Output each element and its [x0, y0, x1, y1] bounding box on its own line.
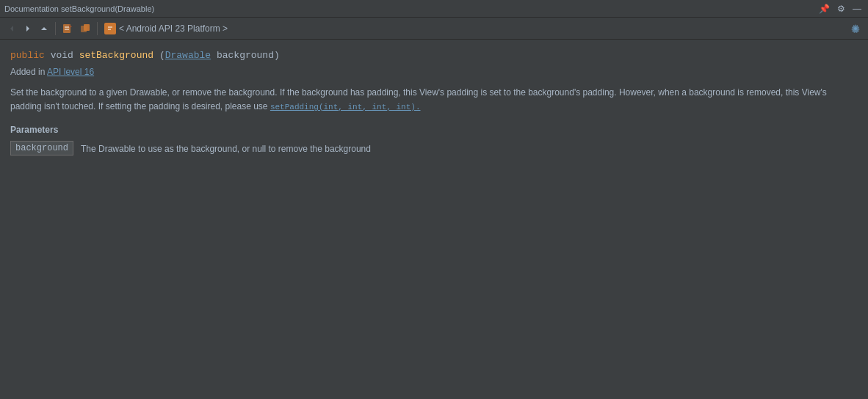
breadcrumb-text: < Android API 23 Platform > — [119, 23, 228, 34]
svg-marker-0 — [10, 26, 13, 32]
settings-icon-titlebar[interactable]: ⚙ — [835, 2, 847, 15]
api-level-link[interactable]: API level 16 — [47, 67, 94, 77]
title-bar-right: 📌 ⚙ — — [817, 2, 864, 15]
svg-marker-1 — [26, 26, 29, 32]
open-paren: ( — [159, 50, 165, 61]
breadcrumb: < Android API 23 Platform > — [104, 23, 228, 34]
title-bar: Documentation setBackground(Drawable) 📌 … — [0, 0, 868, 18]
keyword-public: public — [10, 50, 45, 61]
set-padding-link[interactable]: setPadding(int, int, int, int). — [270, 103, 421, 111]
svg-rect-9 — [106, 25, 114, 32]
pin-icon[interactable]: 📌 — [817, 2, 832, 15]
minimize-icon[interactable]: — — [850, 2, 864, 15]
svg-marker-2 — [41, 27, 47, 30]
close-paren: ) — [274, 50, 280, 61]
back-button[interactable] — [4, 22, 19, 35]
parameters-heading: Parameters — [10, 125, 858, 135]
window-title: Documentation setBackground(Drawable) — [4, 4, 154, 13]
description: Set the background to a given Drawable, … — [10, 86, 858, 114]
edit-button-2[interactable] — [77, 21, 93, 36]
toolbar-separator-2 — [97, 22, 98, 35]
parameter-row: background The Drawable to use as the ba… — [10, 141, 858, 156]
title-bar-left: Documentation setBackground(Drawable) — [4, 4, 154, 13]
toolbar-separator-1 — [55, 22, 56, 35]
return-type: void — [51, 50, 79, 61]
param-description: The Drawable to use as the background, o… — [81, 141, 371, 156]
up-button[interactable] — [37, 22, 51, 35]
settings-icon-toolbar[interactable] — [847, 21, 864, 36]
edit-button-1[interactable] — [59, 21, 76, 36]
drawable-link[interactable]: Drawable — [165, 50, 211, 61]
forward-button[interactable] — [21, 22, 35, 35]
breadcrumb-icon — [104, 23, 116, 34]
param-bg: background — [217, 50, 274, 61]
svg-rect-8 — [84, 24, 90, 31]
method-signature: public void setBackground (Drawable back… — [10, 50, 858, 61]
svg-marker-6 — [69, 24, 72, 27]
added-in-prefix: Added in — [10, 67, 45, 77]
param-badge: background — [10, 141, 73, 155]
toolbar: < Android API 23 Platform > — [0, 18, 868, 40]
method-name: setBackground — [79, 50, 153, 61]
content-area: public void setBackground (Drawable back… — [0, 40, 868, 398]
added-in: Added in API level 16 — [10, 67, 858, 77]
